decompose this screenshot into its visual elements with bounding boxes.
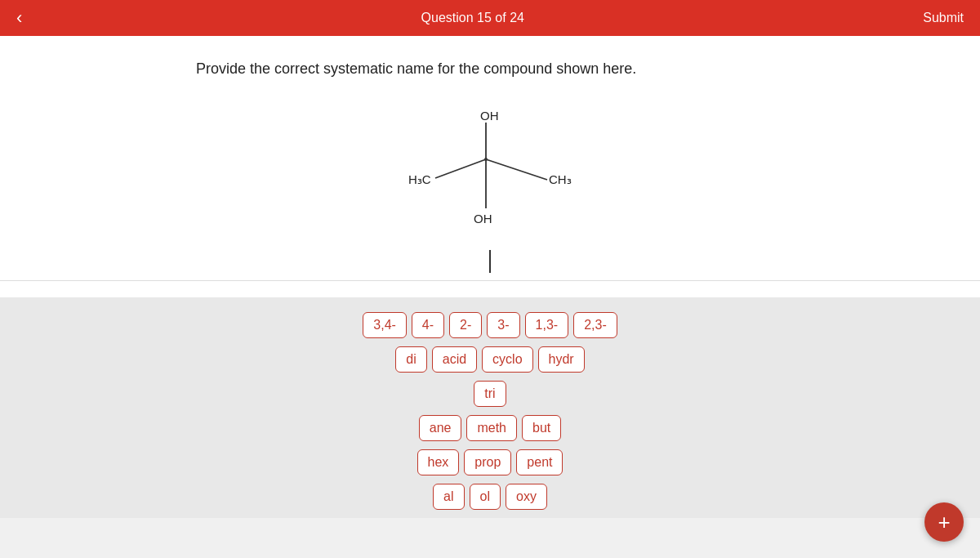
svg-point-8 (484, 158, 488, 161)
tile-row-5: hex prop pent (417, 449, 564, 475)
svg-text:CH₃: CH₃ (549, 172, 572, 186)
tile-row-3: tri (474, 381, 506, 407)
tile-pent[interactable]: pent (516, 449, 563, 475)
tile-cyclo[interactable]: cyclo (482, 346, 532, 373)
tile-row-2: di acid cyclo hydr (395, 346, 584, 373)
header: ‹ Question 15 of 24 Submit (0, 0, 980, 36)
tile-oxy[interactable]: oxy (506, 484, 547, 510)
tile-meth[interactable]: meth (466, 415, 517, 441)
tile-but[interactable]: but (522, 415, 561, 441)
tile-acid[interactable]: acid (432, 346, 477, 373)
question-progress: Question 15 of 24 (421, 11, 524, 25)
svg-line-3 (435, 159, 486, 178)
tile-row-1: 3,4- 4- 2- 3- 1,3- 2,3- (363, 312, 617, 338)
tile-row-4: ane meth but (419, 415, 562, 441)
question-text: Provide the correct systematic name for … (0, 60, 636, 78)
tile-ol[interactable]: ol (470, 484, 501, 510)
tile-hex[interactable]: hex (417, 449, 460, 475)
svg-text:H₃C: H₃C (408, 172, 431, 186)
svg-line-4 (486, 159, 547, 180)
tile-di[interactable]: di (395, 346, 426, 373)
svg-text:OH: OH (480, 109, 499, 123)
section-divider (0, 280, 980, 281)
fab-button[interactable]: + (924, 502, 964, 542)
tile-tri[interactable]: tri (474, 381, 506, 407)
question-area: Provide the correct systematic name for … (0, 36, 980, 297)
tile-ane[interactable]: ane (419, 415, 462, 441)
tile-1-3[interactable]: 1,3- (525, 312, 569, 338)
molecule-svg: OH H₃C CH₃ OH (359, 102, 621, 241)
tile-hydr[interactable]: hydr (538, 346, 585, 373)
answer-input-area[interactable] (489, 249, 491, 274)
tile-2[interactable]: 2- (449, 312, 482, 338)
text-cursor (489, 250, 491, 273)
tile-al[interactable]: al (433, 484, 464, 510)
tile-prop[interactable]: prop (464, 449, 511, 475)
tile-4[interactable]: 4- (412, 312, 444, 338)
submit-button[interactable]: Submit (923, 11, 964, 25)
molecule-diagram: OH H₃C CH₃ OH (0, 102, 980, 241)
svg-text:OH: OH (474, 212, 492, 225)
tile-3-4[interactable]: 3,4- (363, 312, 407, 338)
tiles-area: 3,4- 4- 2- 3- 1,3- 2,3- di acid cyclo hy… (0, 297, 980, 518)
tile-row-6: al ol oxy (433, 484, 547, 510)
tile-3[interactable]: 3- (487, 312, 519, 338)
back-button[interactable]: ‹ (16, 7, 22, 29)
tile-2-3[interactable]: 2,3- (573, 312, 617, 338)
